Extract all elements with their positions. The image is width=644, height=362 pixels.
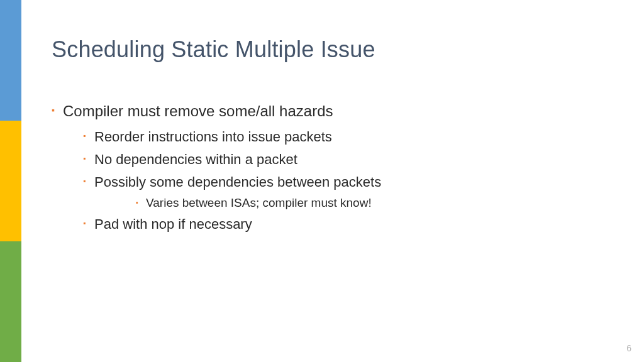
slide-title: Scheduling Static Multiple Issue [52,36,375,63]
slide-body: Compiler must remove some/all hazards Re… [52,101,606,238]
bullet-level2: Pad with nop if necessary [63,214,606,235]
bullet-text: Varies between ISAs; compiler must know! [146,196,372,209]
accent-stripe-green [0,241,21,362]
bullet-level2: Reorder instructions into issue packets [63,126,606,148]
bullet-level1: Compiler must remove some/all hazards Re… [52,101,606,235]
bullet-level2: Possibly some dependencies between packe… [63,172,606,212]
bullet-level2: No dependencies within a packet [63,149,606,170]
bullet-text: No dependencies within a packet [94,151,297,167]
bullet-text: Possibly some dependencies between packe… [94,174,381,190]
accent-stripe-blue [0,0,21,121]
page-number: 6 [626,343,631,353]
accent-stripe-yellow [0,121,21,241]
bullet-level3: Varies between ISAs; compiler must know! [94,194,606,212]
bullet-text: Pad with nop if necessary [94,216,252,232]
bullet-text: Compiler must remove some/all hazards [63,102,333,119]
slide: Scheduling Static Multiple Issue Compile… [0,0,644,362]
bullet-text: Reorder instructions into issue packets [94,129,332,145]
